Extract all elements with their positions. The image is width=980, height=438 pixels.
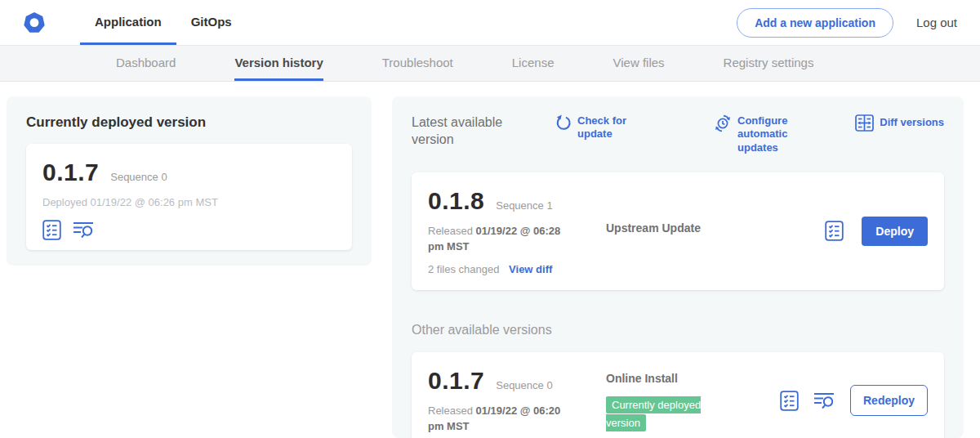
tab-application[interactable]: Application (80, 0, 176, 45)
logout-link[interactable]: Log out (916, 16, 957, 29)
updates-panel-header: Latest available version Check for updat… (412, 114, 944, 154)
subnav-item-view-files[interactable]: View files (612, 46, 664, 81)
check-for-update-label: Check for update (577, 114, 663, 141)
main-content: Currently deployed version 0.1.7 Sequenc… (0, 82, 980, 438)
other-sequence-label: Sequence 0 (496, 379, 552, 391)
updates-panel-title: Latest available version (412, 114, 516, 149)
files-changed-label: 2 files changed (428, 263, 499, 275)
tab-application-label: Application (95, 15, 162, 29)
add-application-button[interactable]: Add a new application (737, 8, 893, 38)
view-diff-link[interactable]: View diff (509, 263, 552, 275)
subnav-item-license[interactable]: License (512, 46, 555, 81)
diff-versions-icon (855, 114, 874, 132)
deploy-logs-icon[interactable] (73, 220, 95, 240)
preflight-checks-icon[interactable] (42, 220, 61, 240)
other-source-label: Online Install (606, 372, 761, 385)
tab-gitops-label: GitOps (191, 15, 232, 29)
currently-deployed-badge: Currently deployed version (606, 396, 701, 431)
released-prefix: Released (428, 404, 476, 417)
header-right: Add a new application Log out (737, 0, 980, 45)
latest-released-timestamp: Released 01/19/22 @ 06:28 pm MST (428, 223, 568, 255)
refresh-icon (555, 114, 572, 141)
diff-versions-label: Diff versions (880, 116, 944, 129)
auto-update-clock-icon (714, 114, 732, 154)
deployed-timestamp: Deployed 01/19/22 @ 06:26 pm MST (42, 196, 336, 208)
app-subnav: Dashboard Version history Troubleshoot L… (0, 46, 980, 82)
deploy-button[interactable]: Deploy (862, 217, 928, 246)
check-for-update-action[interactable]: Check for update (555, 114, 663, 141)
released-prefix: Released (428, 225, 476, 237)
diff-versions-action[interactable]: Diff versions (855, 114, 944, 132)
other-version-card: 0.1.7 Sequence 0 Released 01/19/22 @ 06:… (412, 352, 944, 438)
configure-automatic-updates-label: Configure automatic updates (737, 114, 823, 154)
other-released-timestamp: Released 01/19/22 @ 06:20 pm MST (428, 403, 568, 435)
latest-source-label: Upstream Update (606, 221, 761, 235)
latest-sequence-label: Sequence 1 (496, 199, 552, 212)
currently-deployed-panel: Currently deployed version 0.1.7 Sequenc… (7, 96, 372, 266)
subnav-item-troubleshoot[interactable]: Troubleshoot (382, 46, 453, 81)
files-changed-row: 2 files changed View diff (428, 263, 606, 275)
other-version-number: 0.1.7 (428, 367, 484, 395)
deploy-logs-icon[interactable] (813, 391, 835, 410)
currently-deployed-badge-wrap: Currently deployed version (606, 396, 728, 432)
subnav-item-dashboard[interactable]: Dashboard (116, 46, 176, 81)
heptagon-logo-icon (23, 11, 46, 34)
latest-version-number: 0.1.8 (428, 187, 484, 215)
header-tabs: Application GitOps (80, 0, 247, 45)
preflight-checks-icon[interactable] (825, 221, 844, 241)
app-logo[interactable] (23, 0, 46, 45)
latest-version-card: 0.1.8 Sequence 1 Released 01/19/22 @ 06:… (412, 172, 944, 290)
deployed-panel-title: Currently deployed version (26, 114, 352, 131)
top-header: Application GitOps Add a new application… (0, 0, 980, 46)
preflight-checks-icon[interactable] (780, 391, 799, 411)
available-updates-panel: Latest available version Check for updat… (392, 96, 964, 438)
other-versions-heading: Other available versions (412, 323, 944, 337)
configure-automatic-updates-action[interactable]: Configure automatic updates (714, 114, 823, 154)
deployed-version-number: 0.1.7 (42, 159, 99, 186)
deployed-sequence-label: Sequence 0 (110, 171, 167, 183)
tab-gitops[interactable]: GitOps (176, 0, 247, 45)
subnav-item-version-history[interactable]: Version history (234, 46, 323, 81)
deployed-version-card: 0.1.7 Sequence 0 Deployed 01/19/22 @ 06:… (26, 144, 352, 250)
redeploy-button[interactable]: Redeploy (850, 385, 928, 416)
subnav-item-registry-settings[interactable]: Registry settings (724, 46, 814, 81)
